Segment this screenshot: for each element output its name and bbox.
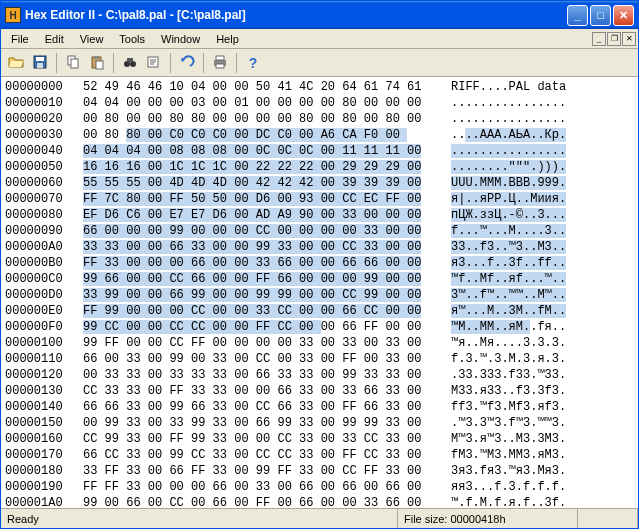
hex-bytes[interactable]: 99 66 00 00 CC 66 00 00 FF 66 00 00 00 9… [83, 271, 451, 287]
hex-bytes[interactable]: FF 33 00 00 00 66 00 00 33 66 00 00 66 6… [83, 255, 451, 271]
hex-row[interactable]: 00000150 00 99 33 00 33 99 33 00 66 99 3… [5, 415, 638, 431]
hex-row[interactable]: 00000160 CC 99 33 00 FF 99 33 00 00 CC 3… [5, 431, 638, 447]
ascii-cell[interactable]: ........""".))). [451, 159, 566, 175]
ascii-cell[interactable]: .™3.3™3.f™3.™™3. [451, 415, 566, 431]
maximize-button[interactable]: □ [590, 5, 611, 26]
hex-bytes[interactable]: CC 33 33 00 FF 33 33 00 00 66 33 00 33 6… [83, 383, 451, 399]
hex-row[interactable]: 00000010 04 04 00 00 00 03 00 01 00 00 0… [5, 95, 638, 111]
hex-row[interactable]: 00000170 66 CC 33 00 99 CC 33 00 CC CC 3… [5, 447, 638, 463]
open-button[interactable] [5, 52, 27, 74]
mdi-close-button[interactable]: ✕ [622, 32, 636, 46]
close-button[interactable]: ✕ [613, 5, 634, 26]
hex-row[interactable]: 00000190 FF FF 33 00 00 00 66 00 33 00 6… [5, 479, 638, 495]
ascii-cell[interactable]: ................ [451, 143, 566, 159]
hex-row[interactable]: 00000000 52 49 46 46 10 04 00 00 50 41 4… [5, 79, 638, 95]
hex-row[interactable]: 00000040 04 04 04 00 08 08 08 00 0C 0C 0… [5, 143, 638, 159]
ascii-cell[interactable]: ................ [451, 95, 566, 111]
ascii-cell[interactable]: 33..f3..™3..М3.. [451, 239, 566, 255]
ascii-cell[interactable]: f...™...М....3.. [451, 223, 566, 239]
hex-row[interactable]: 00000020 00 80 00 00 80 80 00 00 00 00 8… [5, 111, 638, 127]
hex-bytes[interactable]: 99 CC 00 00 CC CC 00 00 FF CC 00 00 66 F… [83, 319, 451, 335]
hex-bytes[interactable]: 33 33 00 00 66 33 00 00 99 33 00 00 CC 3… [83, 239, 451, 255]
hex-editor-area[interactable]: 00000000 52 49 46 46 10 04 00 00 50 41 4… [1, 77, 638, 508]
hex-bytes[interactable]: 66 00 33 00 99 00 33 00 CC 00 33 00 FF 0… [83, 351, 451, 367]
help-button[interactable]: ? [242, 52, 264, 74]
hex-row[interactable]: 00000180 33 FF 33 00 66 FF 33 00 99 FF 3… [5, 463, 638, 479]
hex-bytes[interactable]: 04 04 04 00 08 08 08 00 0C 0C 0C 00 11 1… [83, 143, 451, 159]
hex-bytes[interactable]: 52 49 46 46 10 04 00 00 50 41 4C 20 64 6… [83, 79, 451, 95]
ascii-cell[interactable]: ™f..Мf..яf...™.. [451, 271, 566, 287]
hex-row[interactable]: 000000F0 99 CC 00 00 CC CC 00 00 FF CC 0… [5, 319, 638, 335]
ascii-cell[interactable]: ™я..Мя....3.3.3. [451, 335, 566, 351]
ascii-cell[interactable]: ....ААА.АЬА..Кр. [451, 127, 566, 143]
ascii-cell[interactable]: ™.f.М.f.я.f..3f. [451, 495, 566, 508]
hex-bytes[interactable]: 00 80 00 00 80 80 00 00 00 00 80 00 80 0… [83, 111, 451, 127]
ascii-cell[interactable]: 3™..f™..™™..М™.. [451, 287, 566, 303]
hex-row[interactable]: 000000B0 FF 33 00 00 00 66 00 00 33 66 0… [5, 255, 638, 271]
ascii-cell[interactable]: М33.я33..f3.3f3. [451, 383, 566, 399]
save-button[interactable] [29, 52, 51, 74]
ascii-cell[interactable]: пЦЖ.ззЦ.-©..3... [451, 207, 566, 223]
hex-bytes[interactable]: 00 33 33 00 33 33 33 00 66 33 33 00 99 3… [83, 367, 451, 383]
hex-bytes[interactable]: 66 00 00 00 99 00 00 00 CC 00 00 00 00 3… [83, 223, 451, 239]
hex-row[interactable]: 00000130 CC 33 33 00 FF 33 33 00 00 66 3… [5, 383, 638, 399]
ascii-cell[interactable]: fМ3.™М3.ММ3.яМ3. [451, 447, 566, 463]
hex-bytes[interactable]: CC 99 33 00 FF 99 33 00 00 CC 33 00 33 C… [83, 431, 451, 447]
hex-bytes[interactable]: 55 55 55 00 4D 4D 4D 00 42 42 42 00 39 3… [83, 175, 451, 191]
menu-window[interactable]: Window [153, 31, 208, 47]
hex-row[interactable]: 00000080 EF D6 C6 00 E7 E7 D6 00 AD A9 9… [5, 207, 638, 223]
hex-bytes[interactable]: 66 66 33 00 99 66 33 00 CC 66 33 00 FF 6… [83, 399, 451, 415]
hex-row[interactable]: 00000120 00 33 33 00 33 33 33 00 66 33 3… [5, 367, 638, 383]
goto-button[interactable] [143, 52, 165, 74]
paste-button[interactable] [86, 52, 108, 74]
hex-row[interactable]: 00000100 99 FF 00 00 CC FF 00 00 00 00 3… [5, 335, 638, 351]
menu-file[interactable]: File [3, 31, 37, 47]
copy-button[interactable] [62, 52, 84, 74]
menu-view[interactable]: View [72, 31, 112, 47]
ascii-cell[interactable]: .33.333.f33.™33. [451, 367, 566, 383]
hex-bytes[interactable]: FF 7C 80 00 FF 50 50 00 D6 00 93 00 CC E… [83, 191, 451, 207]
minimize-button[interactable]: _ [567, 5, 588, 26]
hex-row[interactable]: 00000090 66 00 00 00 99 00 00 00 CC 00 0… [5, 223, 638, 239]
hex-bytes[interactable]: FF FF 33 00 00 00 66 00 33 00 66 00 66 0… [83, 479, 451, 495]
hex-row[interactable]: 000000C0 99 66 00 00 CC 66 00 00 FF 66 0… [5, 271, 638, 287]
hex-bytes[interactable]: 00 99 33 00 33 99 33 00 66 99 33 00 99 9… [83, 415, 451, 431]
hex-row[interactable]: 00000030 00 80 80 00 C0 C0 C0 00 DC C0 0… [5, 127, 638, 143]
hex-row[interactable]: 00000050 16 16 16 00 1C 1C 1C 00 22 22 2… [5, 159, 638, 175]
ascii-cell[interactable]: ff3.™f3.Мf3.яf3. [451, 399, 566, 415]
hex-bytes[interactable]: 99 00 66 00 CC 00 66 00 FF 00 66 00 00 3… [83, 495, 451, 508]
hex-bytes[interactable]: 66 CC 33 00 99 CC 33 00 CC CC 33 00 FF C… [83, 447, 451, 463]
ascii-cell[interactable]: RIFF....PAL data [451, 79, 566, 95]
hex-row[interactable]: 00000140 66 66 33 00 99 66 33 00 CC 66 3… [5, 399, 638, 415]
hex-bytes[interactable]: 99 FF 00 00 CC FF 00 00 00 00 33 00 33 0… [83, 335, 451, 351]
hex-bytes[interactable]: 16 16 16 00 1C 1C 1C 00 22 22 22 00 29 2… [83, 159, 451, 175]
print-button[interactable] [209, 52, 231, 74]
ascii-cell[interactable]: я|..яPP.Ц..Миия. [451, 191, 566, 207]
hex-bytes[interactable]: 04 04 00 00 00 03 00 01 00 00 00 00 80 0… [83, 95, 451, 111]
hex-row[interactable]: 00000110 66 00 33 00 99 00 33 00 CC 00 3… [5, 351, 638, 367]
mdi-minimize-button[interactable]: _ [592, 32, 606, 46]
hex-bytes[interactable]: 33 FF 33 00 66 FF 33 00 99 FF 33 00 CC F… [83, 463, 451, 479]
ascii-cell[interactable]: UUU.MMM.BBB.999. [451, 175, 566, 191]
ascii-cell[interactable]: я™...М..3М..fМ.. [451, 303, 566, 319]
mdi-restore-button[interactable]: ❐ [607, 32, 621, 46]
ascii-cell[interactable]: яя3...f.3.f.f.f. [451, 479, 566, 495]
hex-bytes[interactable]: 00 80 80 00 C0 C0 C0 00 DC C0 00 A6 CA F… [83, 127, 451, 143]
hex-row[interactable]: 000000D0 33 99 00 00 66 99 00 00 99 99 0… [5, 287, 638, 303]
hex-bytes[interactable]: 33 99 00 00 66 99 00 00 99 99 00 00 CC 9… [83, 287, 451, 303]
hex-row[interactable]: 00000070 FF 7C 80 00 FF 50 50 00 D6 00 9… [5, 191, 638, 207]
find-button[interactable] [119, 52, 141, 74]
undo-button[interactable] [176, 52, 198, 74]
ascii-cell[interactable]: 3я3.fя3.™я3.Мя3. [451, 463, 566, 479]
ascii-cell[interactable]: ................ [451, 111, 566, 127]
menu-tools[interactable]: Tools [111, 31, 153, 47]
hex-row[interactable]: 00000060 55 55 55 00 4D 4D 4D 00 42 42 4… [5, 175, 638, 191]
ascii-cell[interactable]: М™3.я™3..М3.3М3. [451, 431, 566, 447]
ascii-cell[interactable]: f.3.™.3.М.3.я.3. [451, 351, 566, 367]
menu-edit[interactable]: Edit [37, 31, 72, 47]
hex-row[interactable]: 000000E0 FF 99 00 00 00 CC 00 00 33 CC 0… [5, 303, 638, 319]
ascii-cell[interactable]: ™М..ММ..яМ..fя.. [451, 319, 566, 335]
ascii-cell[interactable]: я3...f..3f..ff.. [451, 255, 566, 271]
hex-row[interactable]: 000000A0 33 33 00 00 66 33 00 00 99 33 0… [5, 239, 638, 255]
hex-row[interactable]: 000001A0 99 00 66 00 CC 00 66 00 FF 00 6… [5, 495, 638, 508]
